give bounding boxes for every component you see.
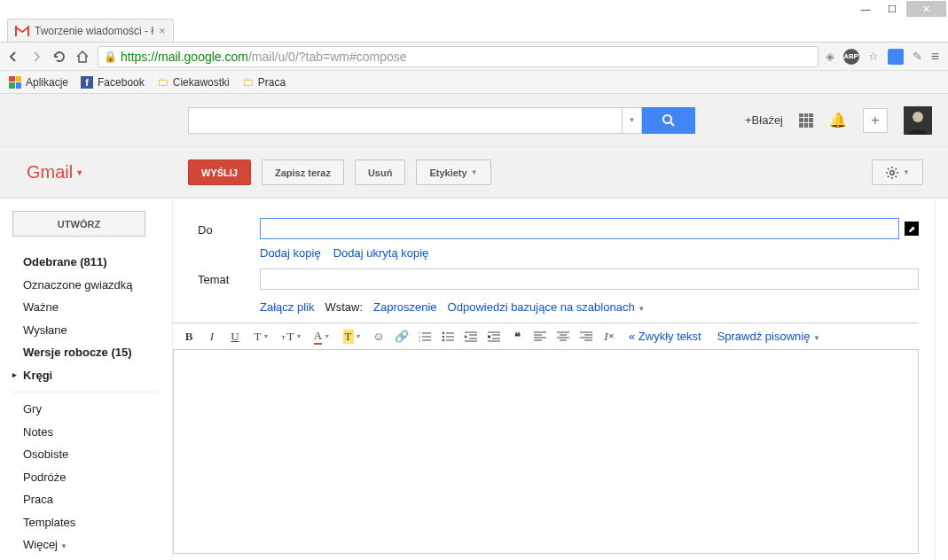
- indent-button[interactable]: [483, 326, 505, 347]
- add-cc-link[interactable]: Dodaj kopię: [260, 246, 321, 260]
- check-spelling-link[interactable]: Sprawdź pisownię ▼: [710, 330, 827, 343]
- bookmarks-bar: Aplikacje f Facebook 🗀 Ciekawostki 🗀 Pra…: [0, 71, 948, 94]
- extension-icon[interactable]: [888, 49, 904, 65]
- edit-extension-icon[interactable]: ✎: [913, 50, 922, 63]
- quote-button[interactable]: ❝: [506, 326, 528, 347]
- to-input[interactable]: [260, 218, 899, 239]
- tab-close-icon[interactable]: ×: [159, 24, 166, 37]
- star-icon[interactable]: ☆: [868, 50, 879, 63]
- sidebar-sent[interactable]: Wysłane: [12, 319, 172, 342]
- bookmark-ciekawostki[interactable]: 🗀 Ciekawostki: [157, 75, 230, 89]
- svg-point-12: [443, 331, 444, 333]
- maximize-button[interactable]: ☐: [880, 1, 905, 17]
- labels-button[interactable]: Etykiety ▼: [416, 159, 490, 185]
- bold-button[interactable]: B: [178, 326, 200, 347]
- font-size-button[interactable]: тT▼: [278, 326, 306, 347]
- sidebar-label-templates[interactable]: Templates: [12, 511, 172, 534]
- sidebar-starred[interactable]: Oznaczone gwiazdką: [12, 274, 172, 297]
- canned-responses-link[interactable]: Odpowiedzi bazujące na szablonach ▼: [448, 300, 646, 314]
- check-spelling-label: Sprawdź pisownię: [717, 330, 811, 343]
- forward-button[interactable]: [28, 49, 44, 65]
- home-button[interactable]: [74, 49, 90, 65]
- sidebar-label-notes[interactable]: Notes: [12, 421, 172, 444]
- emoji-button[interactable]: ☺: [368, 326, 389, 347]
- save-now-button[interactable]: Zapisz teraz: [262, 159, 344, 185]
- chevron-down-icon: ▼: [60, 542, 67, 550]
- folder-icon: 🗀: [242, 75, 254, 89]
- sidebar-more[interactable]: Więcej▼: [12, 533, 172, 556]
- browser-tab[interactable]: Tworzenie wiadomości - ł ×: [7, 19, 174, 42]
- reload-button[interactable]: [51, 49, 67, 65]
- svg-point-14: [443, 335, 444, 337]
- svg-rect-1: [15, 26, 17, 36]
- highlight-button[interactable]: T▼: [338, 326, 366, 347]
- font-family-button[interactable]: T▼: [247, 326, 276, 347]
- url-bar[interactable]: 🔒 https://mail.google.com/mail/u/0/?tab=…: [98, 46, 819, 67]
- sidebar-label-osobiste[interactable]: Osobiste: [12, 443, 172, 466]
- remove-format-button[interactable]: I✕: [599, 326, 620, 347]
- tab-title: Tworzenie wiadomości - ł: [35, 25, 153, 37]
- align-center-button[interactable]: [552, 326, 574, 347]
- sidebar-label-podroze[interactable]: Podróże: [12, 466, 172, 489]
- search-dropdown[interactable]: ▼: [623, 107, 642, 134]
- underline-button[interactable]: U: [224, 326, 246, 347]
- apps-shortcut[interactable]: Aplikacje: [9, 76, 68, 89]
- italic-button[interactable]: I: [201, 326, 223, 347]
- browser-tab-bar: Tworzenie wiadomości - ł ×: [0, 18, 948, 43]
- ordered-list-button[interactable]: 123: [414, 326, 435, 347]
- popout-icon[interactable]: ⬈: [905, 222, 919, 236]
- avatar[interactable]: [904, 106, 932, 135]
- message-body[interactable]: [173, 350, 919, 554]
- align-right-button[interactable]: [576, 326, 597, 347]
- settings-button[interactable]: ▼: [872, 159, 923, 185]
- back-button[interactable]: [5, 49, 21, 65]
- sidebar-important[interactable]: Ważne: [12, 296, 172, 319]
- close-window-button[interactable]: ✕: [906, 1, 946, 17]
- gmail-brand[interactable]: Gmail ▼: [0, 162, 188, 183]
- sidebar-drafts[interactable]: Wersje robocze (15): [12, 341, 172, 364]
- adblock-icon[interactable]: ABP: [843, 49, 859, 65]
- sidebar-label-gry[interactable]: Gry: [12, 398, 172, 421]
- gear-icon: [885, 166, 899, 180]
- svg-line-4: [670, 122, 674, 126]
- sidebar-inbox[interactable]: Odebrane (811): [12, 251, 172, 274]
- share-button[interactable]: +: [863, 108, 888, 133]
- send-button[interactable]: WYŚLIJ: [188, 159, 251, 185]
- chrome-menu-icon[interactable]: ≡: [931, 49, 939, 65]
- bookmark-label: Ciekawostki: [173, 76, 230, 89]
- svg-point-5: [890, 170, 894, 174]
- outdent-button[interactable]: [460, 326, 482, 347]
- right-gutter: [936, 198, 948, 560]
- compose-button[interactable]: UTWÓRZ: [12, 211, 145, 237]
- dropdown-icon: ▼: [903, 168, 910, 176]
- svg-point-3: [663, 115, 671, 123]
- to-label: Do: [198, 218, 260, 241]
- subject-input[interactable]: [260, 268, 919, 290]
- user-name[interactable]: +Błażej: [745, 113, 783, 127]
- action-bar: Gmail ▼ WYŚLIJ Zapisz teraz Usuń Etykiet…: [0, 147, 948, 198]
- reader-icon[interactable]: ◈: [826, 50, 834, 63]
- text-color-button[interactable]: A▼: [308, 326, 336, 347]
- compose-panel: Do Temat ⬈ Dodaj kopię Dodaj ukrytą kopi…: [173, 198, 936, 560]
- bullet-list-button[interactable]: [437, 326, 458, 347]
- bookmark-praca[interactable]: 🗀 Praca: [242, 75, 286, 89]
- bookmark-facebook[interactable]: f Facebook: [81, 76, 145, 89]
- discard-button[interactable]: Usuń: [355, 159, 406, 185]
- link-button[interactable]: 🔗: [391, 326, 412, 347]
- sidebar-circles[interactable]: Kręgi: [12, 364, 172, 387]
- plain-text-link[interactable]: « Zwykły tekst: [622, 330, 709, 343]
- insert-invitation-link[interactable]: Zaproszenie: [373, 300, 437, 314]
- brand-dropdown-icon: ▼: [75, 168, 83, 177]
- attach-file-link[interactable]: Załącz plik: [260, 300, 314, 314]
- svg-rect-2: [27, 26, 29, 36]
- search-input[interactable]: [188, 107, 623, 134]
- dropdown-icon: ▼: [471, 168, 478, 176]
- search-button[interactable]: [642, 107, 695, 134]
- svg-text:3: 3: [419, 338, 420, 343]
- add-bcc-link[interactable]: Dodaj ukrytą kopię: [333, 246, 429, 260]
- apps-grid-icon[interactable]: [799, 113, 813, 128]
- notifications-icon[interactable]: 🔔: [829, 112, 847, 128]
- minimize-button[interactable]: —: [853, 1, 878, 17]
- sidebar-label-praca[interactable]: Praca: [12, 488, 172, 511]
- align-left-button[interactable]: [529, 326, 551, 347]
